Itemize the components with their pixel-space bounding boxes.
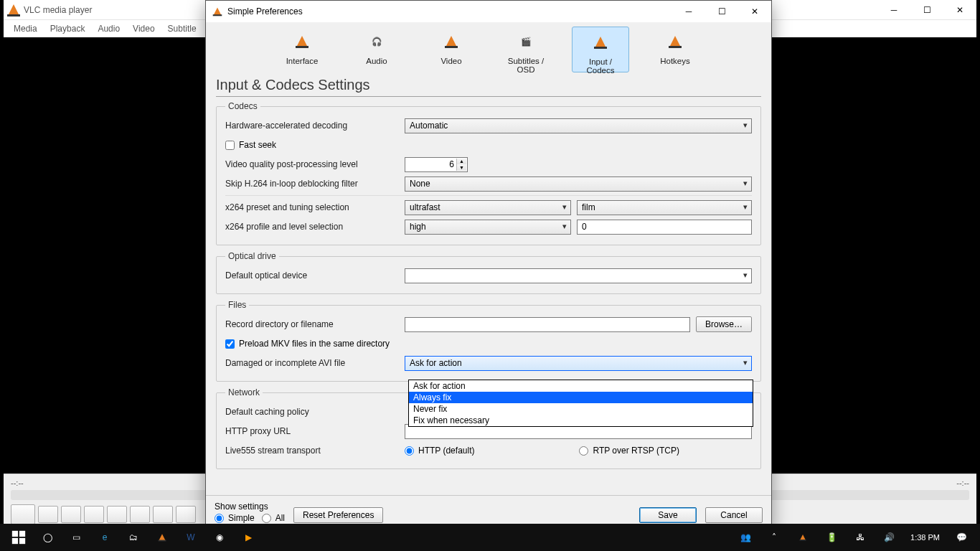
files-group: Files Record directory or filename Brows… [216, 300, 761, 382]
menu-playback[interactable]: Playback [50, 24, 85, 34]
edge-icon[interactable]: e [90, 524, 119, 551]
x264-profile-combo[interactable]: high [405, 220, 571, 235]
playlist-button[interactable] [130, 506, 150, 523]
tab-subtitles[interactable]: 🎬Subtitles / OSD [497, 27, 555, 72]
x264-tuning-combo[interactable]: film [577, 200, 752, 215]
section-title: Input & Codecs Settings [216, 77, 761, 93]
x264-preset-label: x264 preset and tuning selection [225, 202, 399, 212]
tab-hotkeys[interactable]: Hotkeys [646, 27, 704, 72]
cancel-button[interactable]: Cancel [705, 507, 763, 523]
taskbar: ◯ ▭ e 🗂 W ◉ ▶ 👥 ˄ 🔋 🖧 🔊 1:38 PM 💬 [0, 524, 980, 551]
avi-option-always[interactable]: Always fix [409, 392, 753, 403]
svg-rect-0 [12, 531, 18, 537]
menu-audio[interactable]: Audio [98, 24, 120, 34]
tray-chevron-icon[interactable]: ˄ [760, 524, 788, 551]
vlc-taskbar-icon[interactable] [148, 524, 176, 551]
menu-subtitle[interactable]: Subtitle [168, 24, 197, 34]
skip-h264-combo[interactable]: None [405, 176, 752, 192]
taskbar-clock[interactable]: 1:38 PM [903, 533, 947, 542]
time-right: --:-- [956, 479, 969, 487]
explorer-icon[interactable]: 🗂 [119, 524, 148, 551]
avi-option-never[interactable]: Never fix [409, 403, 753, 415]
reset-button[interactable]: Reset Preferences [293, 507, 383, 523]
action-center-icon[interactable]: 💬 [947, 524, 976, 551]
show-simple-radio[interactable]: Simple [215, 513, 255, 523]
preferences-dialog: Simple Preferences ─ ☐ ✕ Interface 🎧Audi… [205, 0, 772, 531]
optical-group: Optical drive Default optical device [216, 251, 761, 294]
vlc-cone-icon [213, 7, 221, 15]
tab-interface[interactable]: Interface [273, 27, 331, 72]
avi-option-when-necessary[interactable]: Fix when necessary [409, 415, 753, 426]
next-button[interactable] [84, 506, 104, 523]
optical-device-combo[interactable] [405, 268, 752, 283]
tab-video[interactable]: Video [423, 27, 480, 72]
people-icon[interactable]: 👥 [731, 524, 760, 551]
chrome-icon[interactable]: ◉ [205, 524, 234, 551]
live555-label: Live555 stream transport [225, 446, 399, 456]
hw-decode-combo[interactable]: Automatic [405, 118, 752, 133]
tab-input-codecs[interactable]: Input / Codecs [572, 27, 629, 72]
browse-button[interactable]: Browse… [696, 316, 752, 332]
x264-preset-combo[interactable]: ultrafast [405, 200, 571, 215]
tab-audio[interactable]: 🎧Audio [348, 27, 405, 72]
svg-rect-3 [19, 538, 25, 544]
preload-mkv-checkbox[interactable]: Preload MKV files in the same directory [225, 339, 390, 349]
avi-option-ask[interactable]: Ask for action [409, 380, 753, 392]
avi-dropdown-list[interactable]: Ask for action Always fix Never fix Fix … [408, 380, 753, 427]
prev-button[interactable] [38, 506, 58, 523]
transport-http-radio[interactable]: HTTP (default) [405, 446, 474, 456]
shuffle-button[interactable] [176, 506, 196, 523]
start-button[interactable] [4, 524, 33, 551]
show-settings-label: Show settings [215, 501, 285, 512]
prefs-close-button[interactable]: ✕ [738, 1, 771, 22]
battery-icon[interactable]: 🔋 [817, 524, 846, 551]
codecs-group: Codecs Hardware-accelerated decoding Aut… [216, 101, 761, 245]
cache-label: Default caching policy [225, 407, 399, 417]
optical-legend: Optical drive [225, 251, 279, 261]
network-legend: Network [225, 387, 263, 397]
proxy-label: HTTP proxy URL [225, 426, 399, 436]
x264-profile-label: x264 profile and level selection [225, 222, 399, 232]
x264-level-input[interactable]: 0 [577, 220, 752, 235]
vlc-max-button[interactable]: ☐ [910, 0, 943, 20]
record-label: Record directory or filename [225, 319, 399, 329]
volume-icon[interactable]: 🔊 [875, 524, 903, 551]
vlc-title: VLC media player [24, 5, 92, 15]
taskview-button[interactable]: ▭ [62, 524, 90, 551]
avi-label: Damaged or incomplete AVI file [225, 358, 399, 368]
skip-h264-label: Skip H.264 in-loop deblocking filter [225, 179, 399, 189]
svg-rect-1 [19, 531, 25, 537]
postproc-label: Video quality post-processing level [225, 159, 399, 169]
prefs-tabs: Interface 🎧Audio Video 🎬Subtitles / OSD … [206, 22, 771, 72]
prefs-titlebar: Simple Preferences ─ ☐ ✕ [206, 1, 771, 22]
save-button[interactable]: Save [639, 507, 697, 523]
prefs-min-button[interactable]: ─ [672, 1, 705, 22]
play-button[interactable] [11, 504, 35, 524]
fullscreen-button[interactable] [107, 506, 127, 523]
transport-rtp-radio[interactable]: RTP over RTSP (TCP) [579, 446, 679, 456]
cortana-button[interactable]: ◯ [33, 524, 62, 551]
optical-device-label: Default optical device [225, 270, 399, 281]
show-all-radio[interactable]: All [262, 513, 285, 523]
loop-button[interactable] [153, 506, 173, 523]
hw-decode-label: Hardware-accelerated decoding [225, 121, 399, 131]
record-input[interactable] [405, 317, 690, 332]
time-left: --:-- [11, 479, 24, 487]
stop-button[interactable] [61, 506, 81, 523]
svg-rect-2 [12, 538, 18, 544]
codecs-legend: Codecs [225, 101, 260, 111]
prefs-title: Simple Preferences [227, 6, 303, 17]
vlc-close-button[interactable]: ✕ [943, 0, 976, 20]
word-icon[interactable]: W [176, 524, 205, 551]
network-icon[interactable]: 🖧 [846, 524, 875, 551]
menu-media[interactable]: Media [14, 24, 37, 34]
prefs-max-button[interactable]: ☐ [705, 1, 738, 22]
files-legend: Files [225, 300, 249, 310]
tray-app-icon[interactable] [788, 524, 817, 551]
fast-seek-checkbox[interactable]: Fast seek [225, 140, 276, 150]
avi-combo[interactable]: Ask for action [405, 356, 752, 371]
postproc-spinbox[interactable]: 6 ▲▼ [405, 157, 468, 172]
menu-video[interactable]: Video [133, 24, 154, 34]
vlc-min-button[interactable]: ─ [877, 0, 910, 20]
media-icon[interactable]: ▶ [234, 524, 263, 551]
